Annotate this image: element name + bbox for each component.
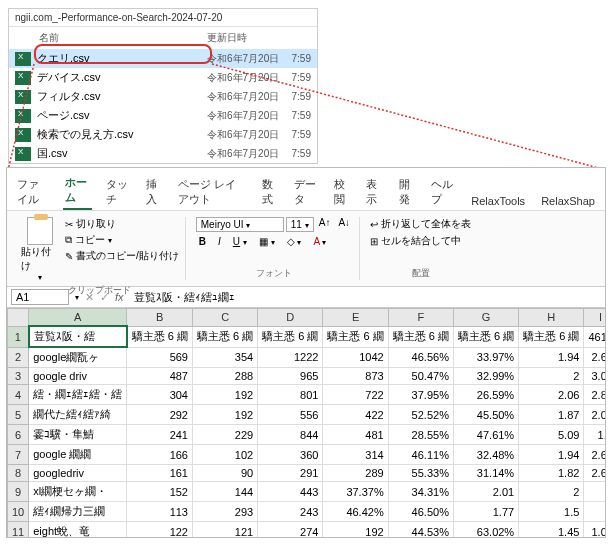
tab-ホーム[interactable]: ホーム [63,172,91,210]
row-header[interactable]: 9 [8,482,29,502]
cell[interactable]: 844 [258,425,323,445]
cell[interactable]: 722 [323,385,388,405]
row-header[interactable]: 11 [8,522,29,538]
cell[interactable]: 2.01 [453,482,518,502]
row-header[interactable]: 3 [8,368,29,385]
cell[interactable]: 152 [127,482,193,502]
cell[interactable]: 144 [192,482,257,502]
row-header[interactable]: 4 [8,385,29,405]
select-all-corner[interactable] [8,309,29,327]
cell[interactable]: google driv [29,368,127,385]
cell[interactable]: 1.87 [519,405,584,425]
cell[interactable]: googledriv [29,465,127,482]
col-header-B[interactable]: B [127,309,193,327]
cancel-icon[interactable]: ✕ [85,291,94,304]
cell[interactable]: 873 [323,368,388,385]
cell[interactable]: 2.65 [584,347,605,368]
fx-icon[interactable]: fx [115,291,124,303]
name-box[interactable]: A1 [11,289,69,305]
cell[interactable] [584,502,605,522]
font-color-button[interactable]: A ▾ [310,236,329,247]
cell[interactable]: 32.99% [453,368,518,385]
fill-color-button[interactable]: ◇ ▾ [284,236,305,247]
cell[interactable]: 192 [192,385,257,405]
file-row[interactable]: 国.csv 令和6年7月20日 7:59 [9,144,317,163]
tab-ページ レイアウト[interactable]: ページ レイアウト [176,174,247,210]
cell[interactable]: 5.09 [519,425,584,445]
cell[interactable]: 驕主悉 6 繝 [323,326,388,347]
file-row[interactable]: フィルタ.csv 令和6年7月20日 7:59 [9,87,317,106]
cell[interactable]: 1.94 [519,445,584,465]
cell[interactable]: 354 [192,347,257,368]
tab-タッチ[interactable]: タッチ [104,174,132,210]
file-row[interactable]: デバイス.csv 令和6年7月20日 7:59 [9,68,317,87]
col-header-F[interactable]: F [388,309,453,327]
cell[interactable]: 2.82 [584,385,605,405]
cell[interactable]: 驕主悉 6 繝 [192,326,257,347]
row-header[interactable]: 8 [8,465,29,482]
cell[interactable]: 63.02% [453,522,518,538]
cell[interactable]: 292 [127,405,193,425]
row-header[interactable]: 7 [8,445,29,465]
cell[interactable]: 90 [192,465,257,482]
col-header-D[interactable]: D [258,309,323,327]
cell[interactable]: 繝代た繧ｨ繧ｧ綺 [29,405,127,425]
tab-数式[interactable]: 数式 [260,174,280,210]
cell[interactable]: 霎ｺ驥・隼鯖 [29,425,127,445]
cell[interactable]: 274 [258,522,323,538]
col-header-C[interactable]: C [192,309,257,327]
cell[interactable]: 37.95% [388,385,453,405]
cell[interactable]: 28.55% [388,425,453,445]
cell[interactable]: 289 [323,465,388,482]
cell[interactable]: 1.5 [519,502,584,522]
cell[interactable]: 2 [519,482,584,502]
cell[interactable]: 驕主悉 6 繝 [127,326,193,347]
border-button[interactable]: ▦ ▾ [256,236,278,247]
row-header[interactable]: 10 [8,502,29,522]
cell[interactable]: 32.48% [453,445,518,465]
cell[interactable]: 52.52% [388,405,453,425]
cell[interactable]: 31.14% [453,465,518,482]
col-header-H[interactable]: H [519,309,584,327]
cell[interactable]: 2.61 [584,445,605,465]
shrink-font-button[interactable]: A↓ [335,217,353,232]
cell[interactable]: 驕主悉 6 繝 [388,326,453,347]
cell[interactable]: 50.47% [388,368,453,385]
tab-データ[interactable]: データ [292,174,320,210]
cell[interactable]: 291 [258,465,323,482]
cell[interactable]: 1042 [323,347,388,368]
cell[interactable]: 1.45 [519,522,584,538]
cell[interactable]: 1.5 [584,425,605,445]
wrap-text-button[interactable]: ↩折り返して全体を表 [370,217,471,231]
accept-icon[interactable]: ✓ [100,291,109,304]
cell[interactable]: 2 [519,368,584,385]
cell[interactable]: 192 [323,522,388,538]
cell[interactable]: 161 [127,465,193,482]
cell[interactable]: 1.77 [453,502,518,522]
cell[interactable]: 45.50% [453,405,518,425]
tab-RelaxShap[interactable]: RelaxShap [539,192,597,210]
cell[interactable]: 34.31% [388,482,453,502]
copy-button[interactable]: ⧉コピー▾ [65,233,179,247]
cell[interactable]: 487 [127,368,193,385]
cell[interactable] [584,482,605,502]
underline-button[interactable]: U ▾ [230,236,250,247]
cell[interactable]: 556 [258,405,323,425]
cell[interactable]: google繝翫ヶ [29,347,127,368]
row-header[interactable]: 6 [8,425,29,445]
tab-挿入[interactable]: 挿入 [144,174,164,210]
bold-button[interactable]: B [196,236,209,247]
cell[interactable]: 443 [258,482,323,502]
cell[interactable]: 2.63 [584,465,605,482]
cell[interactable]: 122 [127,522,193,538]
grow-font-button[interactable]: A↑ [316,217,334,232]
formula-input[interactable]: 荳覧ｽ阪・繧ｨ繧ｭ繝ｪ [130,290,601,305]
file-row[interactable]: 検索での見え方.csv 令和6年7月20日 7:59 [9,125,317,144]
cell[interactable]: 1.94 [519,347,584,368]
cell[interactable]: google 繝繝 [29,445,127,465]
cell[interactable]: 360 [258,445,323,465]
col-header-I[interactable]: I [584,309,605,327]
spreadsheet-grid[interactable]: ABCDEFGHI1荳覧ｽ阪・繧驕主悉 6 繝驕主悉 6 繝驕主悉 6 繝驕主悉… [7,308,605,537]
cell[interactable]: 288 [192,368,257,385]
cell[interactable]: 229 [192,425,257,445]
